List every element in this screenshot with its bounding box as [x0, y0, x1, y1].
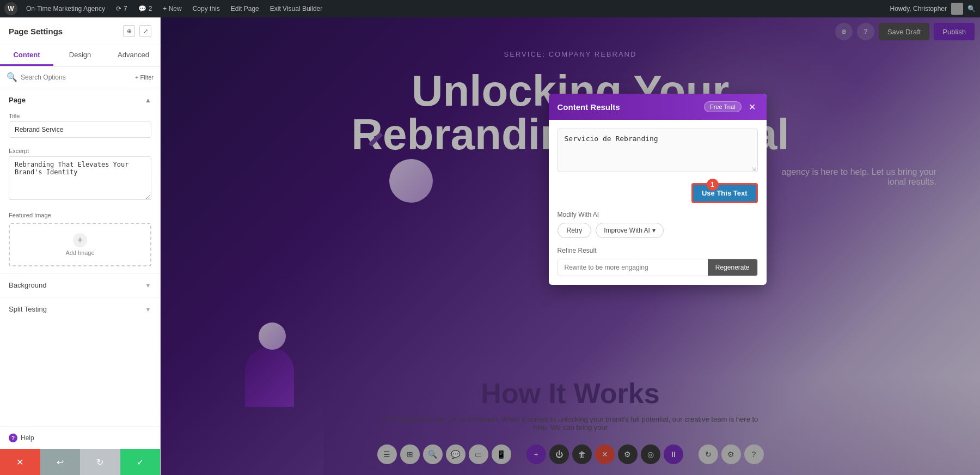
admin-bar-user: Howdy, Christopher 🔍	[890, 3, 976, 15]
modal-header-right: Free Trial ✕	[704, 101, 757, 112]
refine-result-label: Refine Result	[558, 247, 758, 254]
wp-logo[interactable]: W	[4, 2, 17, 15]
admin-bar-comments[interactable]: 💬 2	[136, 5, 155, 13]
free-trial-badge[interactable]: Free Trial	[704, 101, 741, 112]
modal-title: Content Results	[558, 102, 620, 112]
split-testing-chevron-icon: ▼	[145, 306, 151, 313]
content-results-modal: Content Results Free Trial ✕ Servicio de…	[549, 94, 767, 285]
split-testing-title: Split Testing	[9, 305, 47, 313]
sidebar-content: Page ▲ Title Excerpt Rebranding That Ele…	[0, 88, 160, 427]
background-title: Background	[9, 281, 46, 289]
sidebar-target-icon[interactable]: ⊕	[123, 25, 135, 37]
admin-bar-copy[interactable]: Copy this	[191, 5, 222, 13]
page-section-header[interactable]: Page ▲	[0, 88, 160, 109]
add-image-text: Add Image	[65, 249, 94, 256]
title-group: Title	[0, 109, 160, 144]
main-content: SERVICE: COMPANY REBRAND Unlocking Your …	[161, 17, 980, 475]
retry-button[interactable]: Retry	[558, 223, 592, 238]
filter-button[interactable]: + Filter	[135, 74, 154, 81]
modal-body: Servicio de Rebranding ⇲ 1 Use This Text…	[549, 120, 767, 285]
tab-design[interactable]: Design	[53, 45, 107, 66]
featured-image-section: Featured Image + Add Image	[0, 209, 160, 273]
sidebar-title: Page Settings	[9, 27, 63, 36]
add-image-plus-icon: +	[73, 233, 87, 247]
main-layout: Page Settings ⊕ ⤢ Content Design Advance…	[0, 17, 980, 475]
add-image-button[interactable]: + Add Image	[9, 223, 151, 266]
featured-image-label: Featured Image	[9, 212, 151, 218]
sidebar-expand-icon[interactable]: ⤢	[139, 25, 151, 37]
website-preview: SERVICE: COMPANY REBRAND Unlocking Your …	[161, 17, 980, 475]
background-section: Background ▼	[0, 273, 160, 297]
refine-input[interactable]	[558, 259, 708, 276]
redo-button[interactable]: ↻	[80, 449, 120, 475]
sidebar-header-icons: ⊕ ⤢	[123, 25, 151, 37]
user-avatar	[951, 3, 963, 15]
chevron-down-icon: ▾	[652, 227, 656, 234]
use-text-row: 1 Use This Text	[558, 183, 758, 203]
page-chevron-icon: ▲	[145, 96, 151, 104]
admin-bar-agency[interactable]: On-Time Marketing Agency	[24, 5, 107, 13]
split-testing-header[interactable]: Split Testing ▼	[0, 297, 160, 321]
title-label: Title	[9, 113, 151, 119]
excerpt-textarea[interactable]: Rebranding That Elevates Your Brand's Id…	[9, 156, 151, 200]
admin-bar-exit[interactable]: Exit Visual Builder	[268, 5, 325, 13]
modal-textarea-wrapper: Servicio de Rebranding ⇲	[558, 129, 758, 174]
page-section-title: Page	[9, 96, 26, 104]
title-input[interactable]	[9, 121, 151, 138]
admin-bar-new[interactable]: + New	[161, 5, 183, 13]
modify-with-ai-label: Modify With AI	[558, 211, 758, 218]
sidebar-search-bar: 🔍 + Filter	[0, 66, 160, 88]
sidebar-header: Page Settings ⊕ ⤢	[0, 17, 160, 45]
admin-bar-edit[interactable]: Edit Page	[229, 5, 261, 13]
sidebar-tabs: Content Design Advanced	[0, 45, 160, 66]
tab-advanced[interactable]: Advanced	[107, 45, 160, 66]
improve-with-ai-button[interactable]: Improve With AI ▾	[596, 223, 664, 238]
action-buttons: ✕ ↩ ↻ ✓	[0, 449, 160, 475]
refine-row: Regenerate	[558, 259, 758, 276]
help-link[interactable]: Help	[21, 434, 34, 442]
resize-handle-icon: ⇲	[751, 166, 756, 172]
tab-content[interactable]: Content	[0, 45, 53, 66]
split-testing-section: Split Testing ▼	[0, 297, 160, 321]
search-icon: 🔍	[7, 72, 17, 82]
admin-bar-updates[interactable]: ⟳ 7	[114, 5, 130, 13]
sidebar: Page Settings ⊕ ⤢ Content Design Advance…	[0, 17, 161, 475]
close-button[interactable]: ✕	[0, 449, 40, 475]
modal-content-textarea[interactable]: Servicio de Rebranding	[558, 129, 758, 172]
help-section: ? Help	[0, 427, 160, 449]
help-icon: ?	[9, 434, 17, 442]
agency-name: On-Time Marketing Agency	[26, 5, 105, 13]
regenerate-button[interactable]: Regenerate	[708, 259, 757, 276]
undo-button[interactable]: ↩	[40, 449, 81, 475]
confirm-button[interactable]: ✓	[120, 449, 161, 475]
step-badge: 1	[707, 179, 719, 191]
modal-header: Content Results Free Trial ✕	[549, 94, 767, 120]
background-chevron-icon: ▼	[145, 282, 151, 289]
admin-bar: W On-Time Marketing Agency ⟳ 7 💬 2 + New…	[0, 0, 980, 17]
excerpt-label: Excerpt	[9, 148, 151, 154]
use-this-text-button[interactable]: Use This Text	[691, 183, 758, 203]
modal-close-icon[interactable]: ✕	[747, 101, 758, 112]
background-header[interactable]: Background ▼	[0, 273, 160, 297]
excerpt-group: Excerpt Rebranding That Elevates Your Br…	[0, 144, 160, 209]
modal-backdrop: Content Results Free Trial ✕ Servicio de…	[161, 17, 980, 475]
search-input[interactable]	[21, 74, 132, 81]
modify-buttons: Retry Improve With AI ▾	[558, 223, 758, 238]
